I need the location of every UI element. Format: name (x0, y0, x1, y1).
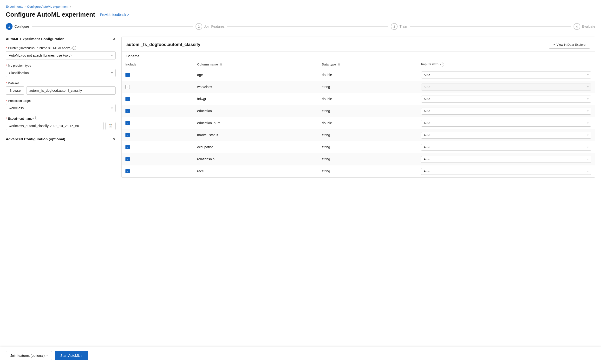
impute-select[interactable]: Auto (421, 168, 591, 175)
checkbox-checked[interactable]: ✓ (125, 157, 130, 161)
prediction-target-label: * Prediction target (6, 99, 116, 103)
cell-impute-with: Auto▾ (417, 129, 595, 141)
dataset-label: * Dataset (6, 81, 116, 85)
impute-select[interactable]: Auto (421, 156, 591, 163)
table-row: ✓fnlwgtdoubleAuto▾ (122, 93, 595, 105)
step-join-features[interactable]: 2 Join Features (196, 23, 225, 30)
cell-data-type: string (318, 81, 417, 93)
checkbox-checked[interactable]: ✓ (125, 97, 130, 101)
checkbox-checked[interactable]: ✓ (125, 169, 130, 173)
cluster-group: * Cluster (Databricks Runtime 8.3 ML or … (6, 46, 116, 59)
cluster-label: * Cluster (Databricks Runtime 8.3 ML or … (6, 46, 116, 50)
cluster-select-wrapper: AutoML (do not attach libraries, use %pi… (6, 51, 116, 59)
checkbox-partial[interactable]: ✓ (125, 85, 130, 89)
impute-info-icon[interactable]: i (441, 63, 444, 67)
notebook-icon-button[interactable]: 📋 (105, 122, 116, 130)
prediction-target-group: * Prediction target workclass ▾ (6, 99, 116, 112)
dataset-input[interactable] (26, 86, 116, 95)
dataset-group: * Dataset Browse (6, 81, 116, 95)
ml-problem-group: * ML problem type Classification ▾ (6, 64, 116, 77)
breadcrumb-configure[interactable]: Configure AutoML experiment (27, 5, 69, 9)
prediction-required-star: * (6, 99, 7, 103)
exp-help-icon[interactable]: ? (33, 117, 37, 120)
step-label-join-features: Join Features (204, 25, 225, 29)
cell-data-type: double (318, 117, 417, 129)
checkbox-checked[interactable]: ✓ (125, 109, 130, 113)
impute-select[interactable]: Auto (421, 108, 591, 115)
cell-data-type: double (318, 69, 417, 81)
step-label-train: Train (400, 25, 407, 29)
advanced-config-label: Advanced Configuration (optional) (6, 137, 65, 141)
impute-select[interactable]: Auto (421, 132, 591, 139)
step-label-evaluate: Evaluate (582, 25, 595, 29)
prediction-target-select-wrapper: workclass ▾ (6, 104, 116, 112)
ml-problem-select[interactable]: Classification (6, 69, 116, 77)
breadcrumb-sep-2: › (70, 5, 71, 9)
table-row: ✓education_numdoubleAuto▾ (122, 117, 595, 129)
step-circle-1: 1 (6, 23, 12, 30)
page-title: Configure AutoML experiment (6, 11, 95, 18)
cell-column-name: age (193, 69, 318, 81)
collapse-icon[interactable]: ∧ (113, 37, 116, 41)
feedback-label: Provide feedback (100, 13, 126, 17)
cell-impute-with: Auto▾ (417, 93, 595, 105)
view-explorer-icon: ↗ (552, 43, 555, 47)
col-column-name[interactable]: Column name ⇅ (193, 60, 318, 69)
cluster-help-icon[interactable]: ? (72, 46, 76, 50)
checkbox-checked[interactable]: ✓ (125, 133, 130, 137)
cell-data-type: string (318, 129, 417, 141)
col-data-type[interactable]: Data type ⇅ (318, 60, 417, 69)
cell-data-type: string (318, 165, 417, 177)
impute-select[interactable]: Auto (421, 144, 591, 151)
cell-data-type: string (318, 153, 417, 165)
view-in-data-explorer-button[interactable]: ↗ View in Data Explorer (549, 41, 590, 49)
advanced-collapse-icon[interactable]: ∨ (113, 137, 116, 141)
step-evaluate[interactable]: 4 Evaluate (573, 23, 595, 30)
cluster-select[interactable]: AutoML (do not attach libraries, use %pi… (6, 51, 116, 59)
ml-problem-label: * ML problem type (6, 64, 116, 67)
table-header-section: automl_fs_dogfood.automl_classify ↗ View… (122, 37, 595, 52)
section-header: AutoML Experiment Configuration ∧ (6, 37, 116, 42)
impute-select[interactable]: Auto (421, 120, 591, 127)
table-row: ✓occupationstringAuto▾ (122, 141, 595, 153)
cell-column-name: race (193, 165, 318, 177)
step-configure[interactable]: 1 Configure (6, 23, 29, 30)
table-dataset-name: automl_fs_dogfood.automl_classify (126, 42, 200, 47)
experiment-name-label: * Experiment name ? (6, 117, 116, 120)
prediction-target-select[interactable]: workclass (6, 104, 116, 112)
experiment-name-group: * Experiment name ? 📋 (6, 117, 116, 130)
experiment-name-input[interactable] (6, 122, 103, 130)
section-title: AutoML Experiment Configuration (6, 37, 65, 41)
cell-column-name: education (193, 105, 318, 117)
browse-button[interactable]: Browse (6, 86, 24, 95)
notebook-icon: 📋 (108, 124, 113, 128)
step-label-configure: Configure (14, 25, 29, 29)
table-row: ✓workclassstringAuto▾ (122, 81, 595, 93)
col-include: Include (122, 60, 193, 69)
cell-impute-with: Auto▾ (417, 141, 595, 153)
impute-select[interactable]: Auto (421, 96, 591, 103)
breadcrumb-experiments[interactable]: Experiments (6, 5, 23, 9)
cell-data-type: double (318, 93, 417, 105)
main-layout: AutoML Experiment Configuration ∧ * Clus… (6, 37, 595, 178)
cell-column-name: marital_status (193, 129, 318, 141)
checkbox-checked[interactable]: ✓ (125, 145, 130, 149)
table-row: ✓racestringAuto▾ (122, 165, 595, 177)
experiment-name-row: 📋 (6, 122, 116, 130)
cluster-required-star: * (6, 46, 7, 50)
ml-required-star: * (6, 64, 7, 67)
step-line-2 (227, 27, 388, 27)
checkbox-checked[interactable]: ✓ (125, 121, 130, 125)
impute-select[interactable]: Auto (421, 71, 591, 79)
breadcrumb-sep-1: › (25, 5, 26, 9)
cell-column-name: fnlwgt (193, 93, 318, 105)
cell-column-name: occupation (193, 141, 318, 153)
step-train[interactable]: 3 Train (391, 23, 407, 30)
advanced-config-section[interactable]: Advanced Configuration (optional) ∨ (6, 134, 116, 144)
schema-table: Include Column name ⇅ Data type ⇅ Impute… (122, 60, 595, 177)
checkbox-checked[interactable]: ✓ (125, 73, 130, 77)
dataset-row: Browse (6, 86, 116, 95)
cell-impute-with: Auto▾ (417, 117, 595, 129)
feedback-link[interactable]: Provide feedback ↗ (100, 13, 129, 17)
external-link-icon: ↗ (127, 13, 129, 16)
